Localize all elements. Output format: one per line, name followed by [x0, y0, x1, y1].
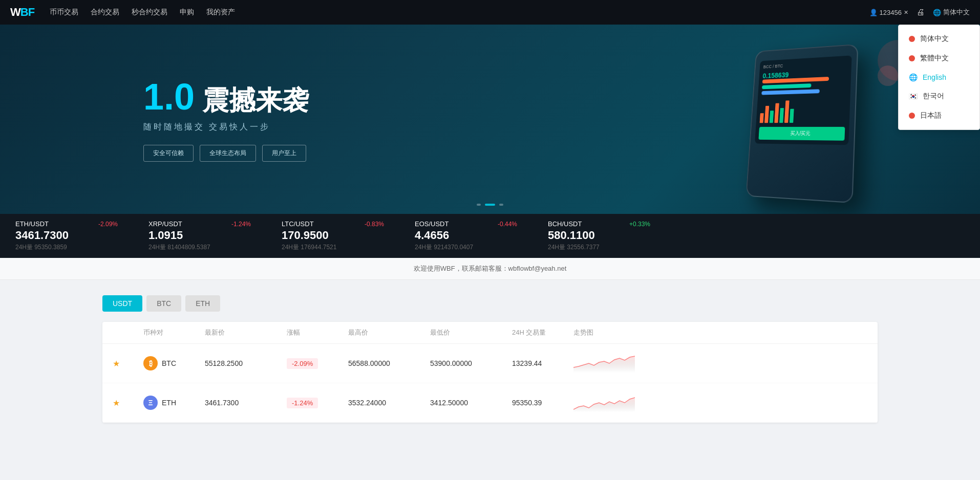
ticker-item-3[interactable]: EOS/USDT -0.44% 4.4656 24H量 9214370.0407 — [415, 220, 517, 252]
lang-label-en: English — [923, 73, 946, 81]
nav-coin-trade[interactable]: 币币交易 — [50, 8, 78, 17]
phone-screen-mock: BCC / BTC 0.158639 买入/买元 — [746, 44, 859, 203]
th-low: 最低价 — [430, 328, 512, 337]
table-header: 币种对 最新价 涨幅 最高价 最低价 24H 交易量 走势图 — [102, 322, 878, 344]
coin-icon-eth: Ξ — [143, 396, 158, 410]
logo[interactable]: WBF — [10, 6, 34, 19]
sparkline-svg-eth — [573, 391, 635, 412]
ticker-price-1: 1.0915 — [148, 229, 251, 242]
phone-buy-btn: 买入/买元 — [758, 127, 845, 141]
table-row-btc[interactable]: ★ ₿ BTC 55128.2500 -2.09% 56588.00000 53… — [102, 344, 878, 383]
ticker-pair-0: ETH/USDT — [15, 220, 49, 228]
change-badge-eth: -1.24% — [287, 398, 318, 408]
lang-label-zh-cn: 简体中文 — [920, 34, 949, 43]
printer-icon[interactable]: 🖨 — [917, 8, 925, 17]
lang-label-ja: 日本語 — [920, 111, 942, 120]
ticker-vol-2: 24H量 176944.7521 — [282, 243, 384, 252]
star-eth[interactable]: ★ — [113, 398, 143, 408]
ticker-price-0: 3461.7300 — [15, 229, 118, 242]
lang-item-en[interactable]: 🌐 English — [899, 68, 979, 86]
ticker-item-4[interactable]: BCH/USDT +0.33% 580.1100 24H量 32556.7377 — [548, 220, 650, 252]
lang-selector[interactable]: 🌐 简体中文 — [933, 8, 970, 17]
tab-eth[interactable]: ETH — [185, 295, 220, 312]
ticker-vol-4: 24H量 32556.7377 — [548, 243, 650, 252]
hero-title-text: 震撼来袭 — [202, 85, 309, 115]
navbar: WBF 币币交易 合约交易 秒合约交易 申购 我的资产 👤 123456 ✕ 🖨… — [0, 0, 980, 25]
dot-2[interactable] — [485, 204, 495, 206]
ticker-vol-3: 24H量 9214370.0407 — [415, 243, 517, 252]
ticker-price-4: 580.1100 — [548, 229, 650, 242]
th-pair: 币种对 — [143, 328, 205, 337]
lang-item-ko[interactable]: 🇰🇷 한국어 — [899, 86, 979, 106]
nav-second-contract[interactable]: 秒合约交易 — [132, 8, 167, 17]
ticker-change-2: -0.83% — [365, 221, 384, 228]
ticker-pair-1: XRP/USDT — [148, 220, 182, 228]
ticker-vol-1: 24H量 81404809.5387 — [148, 243, 251, 252]
lang-item-ja[interactable]: 日本語 — [899, 106, 979, 125]
nav-ipo[interactable]: 申购 — [180, 8, 194, 17]
ticker-change-3: -0.44% — [498, 221, 517, 228]
ticker-pair-4: BCH/USDT — [548, 220, 582, 228]
candle-3 — [770, 111, 774, 123]
hero-title: 1.0 震撼来袭 — [143, 77, 309, 117]
username: 123456 — [880, 9, 902, 16]
phone-screen-content: BCC / BTC 0.158639 买入/买元 — [755, 55, 852, 145]
main-content: USDT BTC ETH 币种对 最新价 涨幅 最高价 最低价 24H 交易量 … — [0, 280, 980, 438]
nav-my-assets[interactable]: 我的资产 — [206, 8, 235, 17]
ticker-change-0: -2.09% — [98, 221, 118, 228]
lang-dropdown: 简体中文 繁體中文 🌐 English 🇰🇷 한국어 日本語 — [898, 25, 980, 130]
user-info[interactable]: 👤 123456 ✕ — [869, 9, 908, 16]
lang-item-zh-tw[interactable]: 繁體中文 — [899, 49, 979, 68]
high-eth: 3532.24000 — [348, 399, 430, 407]
price-btc: 55128.2500 — [205, 359, 287, 367]
change-badge-btc: -2.09% — [287, 358, 318, 369]
star-btc[interactable]: ★ — [113, 359, 143, 368]
phone-pair-label: BCC / BTC — [763, 60, 848, 70]
hero-btn-1[interactable]: 安全可信赖 — [143, 145, 194, 162]
coin-name-eth: ETH — [162, 399, 176, 407]
star-icon-eth[interactable]: ★ — [113, 399, 120, 407]
coin-info-eth: Ξ ETH — [143, 396, 205, 410]
hero-btn-3[interactable]: 用户至上 — [262, 145, 306, 162]
candle-6 — [784, 100, 790, 123]
ticker-price-2: 170.9500 — [282, 229, 384, 242]
candle-1 — [760, 113, 764, 123]
lang-item-zh-cn[interactable]: 简体中文 — [899, 29, 979, 49]
navbar-right: 👤 123456 ✕ 🖨 🌐 简体中文 — [869, 8, 970, 17]
star-icon-btc[interactable]: ★ — [113, 359, 120, 368]
flag-ja — [909, 113, 915, 119]
tab-btc[interactable]: BTC — [146, 295, 181, 312]
candle-2 — [764, 106, 769, 123]
candle-5 — [779, 108, 784, 123]
ticker-change-4: +0.33% — [629, 221, 650, 228]
welcome-text: 欢迎使用WBF，联系邮箱客服：wbflowbf@yeah.net — [414, 265, 567, 272]
change-btc: -2.09% — [287, 358, 348, 369]
th-change: 涨幅 — [287, 328, 348, 337]
ticker-vol-0: 24H量 95350.3859 — [15, 243, 118, 252]
ticker-change-1: -1.24% — [231, 221, 251, 228]
tab-usdt[interactable]: USDT — [102, 295, 142, 312]
dot-3[interactable] — [499, 204, 503, 206]
ticker-item-0[interactable]: ETH/USDT -2.09% 3461.7300 24H量 95350.385… — [15, 220, 118, 252]
candle-4 — [774, 103, 779, 123]
coin-icon-btc: ₿ — [143, 356, 158, 370]
low-eth: 3412.50000 — [430, 399, 512, 407]
flag-zh-tw — [909, 55, 915, 61]
user-icon: 👤 — [869, 9, 878, 16]
ticker-item-1[interactable]: XRP/USDT -1.24% 1.0915 24H量 81404809.538… — [148, 220, 251, 252]
table-row-eth[interactable]: ★ Ξ ETH 3461.7300 -1.24% 3532.24000 3412… — [102, 383, 878, 423]
candle-7 — [790, 109, 794, 123]
lang-label-ko: 한국어 — [923, 92, 944, 101]
nav-menu: 币币交易 合约交易 秒合约交易 申购 我的资产 — [50, 8, 869, 17]
low-btc: 53900.00000 — [430, 359, 512, 367]
hero-dots — [477, 204, 503, 206]
hero-btn-2[interactable]: 全球生态布局 — [200, 145, 256, 162]
nav-contract-trade[interactable]: 合约交易 — [91, 8, 119, 17]
phone-bar-blue — [761, 89, 820, 95]
vol-eth: 95350.39 — [512, 399, 573, 407]
ticker-pair-3: EOS/USDT — [415, 220, 449, 228]
dot-1[interactable] — [477, 204, 481, 206]
th-chart: 走势图 — [573, 328, 666, 337]
hero-banner: 1.0 震撼来袭 随时随地撮交 交易快人一步 安全可信赖 全球生态布局 用户至上… — [0, 25, 980, 214]
ticker-item-2[interactable]: LTC/USDT -0.83% 170.9500 24H量 176944.752… — [282, 220, 384, 252]
